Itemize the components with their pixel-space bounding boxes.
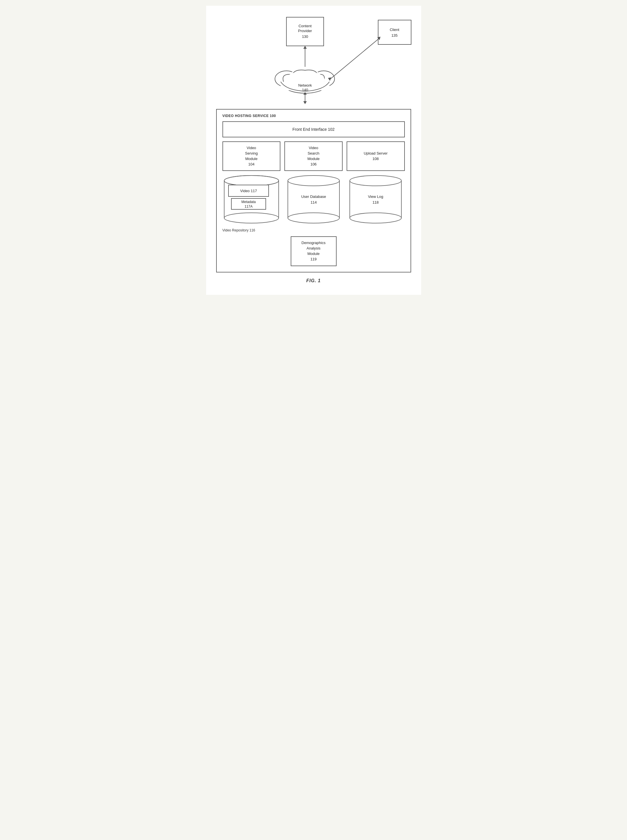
svg-rect-4 bbox=[378, 20, 411, 44]
svg-text:View Log: View Log bbox=[368, 194, 383, 199]
svg-marker-9 bbox=[303, 46, 307, 49]
bottom-section: Demographics Analysis Module 119 bbox=[222, 236, 405, 266]
figure-label: FIG. 1 bbox=[306, 278, 321, 283]
vhs-container: VIDEO HOSTING SERVICE 100 Front End Inte… bbox=[216, 109, 411, 273]
svg-line-21 bbox=[329, 39, 379, 80]
top-arrows-svg: Content Provider 130 Client 135 bbox=[217, 14, 433, 106]
svg-marker-19 bbox=[303, 101, 307, 104]
user-database-svg: User Database 114 bbox=[287, 175, 341, 227]
svg-point-40 bbox=[350, 175, 402, 186]
upload-server: Upload Server 108 bbox=[347, 141, 405, 171]
svg-point-25 bbox=[224, 213, 279, 223]
svg-marker-20 bbox=[303, 92, 307, 95]
svg-text:User Database: User Database bbox=[301, 194, 326, 199]
front-end-interface: Front End Interface 102 bbox=[222, 121, 405, 137]
svg-rect-38 bbox=[350, 181, 402, 218]
video-search-module: Video Search Module 106 bbox=[284, 141, 343, 171]
video-repository-label: Video Repository 116 bbox=[222, 228, 281, 232]
svg-text:114: 114 bbox=[310, 200, 317, 205]
svg-text:118: 118 bbox=[372, 200, 379, 205]
svg-text:130: 130 bbox=[302, 35, 308, 39]
view-log-svg: View Log 118 bbox=[348, 175, 403, 227]
svg-point-15 bbox=[285, 71, 325, 88]
svg-text:Network: Network bbox=[298, 83, 312, 87]
svg-marker-8 bbox=[303, 69, 307, 72]
svg-text:140: 140 bbox=[302, 88, 308, 92]
svg-rect-33 bbox=[288, 181, 339, 218]
svg-rect-14 bbox=[281, 76, 329, 90]
top-layout: Content Provider 130 Client 135 bbox=[217, 14, 410, 106]
data-row: Video 117 Metadata 117A Video Repository… bbox=[222, 175, 405, 232]
svg-rect-0 bbox=[287, 17, 324, 46]
svg-point-10 bbox=[281, 70, 329, 93]
user-database-container: User Database 114 bbox=[284, 175, 343, 227]
view-log-container: View Log 118 bbox=[347, 175, 405, 227]
vhs-label: VIDEO HOSTING SERVICE 100 bbox=[222, 114, 405, 118]
svg-text:Video 117: Video 117 bbox=[240, 189, 257, 193]
modules-row: Video Serving Module 104 Video Search Mo… bbox=[222, 141, 405, 171]
video-serving-module: Video Serving Module 104 bbox=[222, 141, 281, 171]
svg-point-11 bbox=[275, 71, 298, 87]
svg-text:135: 135 bbox=[391, 33, 398, 38]
svg-text:Provider: Provider bbox=[298, 29, 312, 33]
svg-point-39 bbox=[350, 213, 402, 223]
svg-text:Client: Client bbox=[390, 28, 399, 32]
video-repository-container: Video 117 Metadata 117A Video Repository… bbox=[222, 175, 281, 232]
svg-marker-22 bbox=[328, 77, 331, 81]
svg-text:Metadata: Metadata bbox=[241, 200, 256, 204]
svg-point-35 bbox=[288, 175, 339, 186]
page: Content Provider 130 Client 135 bbox=[206, 6, 421, 295]
svg-text:Content: Content bbox=[298, 24, 312, 28]
svg-marker-23 bbox=[377, 37, 380, 40]
video-repository-svg: Video 117 Metadata 117A bbox=[223, 175, 280, 227]
svg-point-13 bbox=[291, 67, 319, 85]
demographics-analysis-module: Demographics Analysis Module 119 bbox=[291, 236, 337, 266]
svg-point-34 bbox=[288, 213, 339, 223]
svg-point-12 bbox=[313, 71, 335, 87]
svg-text:117A: 117A bbox=[244, 205, 252, 208]
